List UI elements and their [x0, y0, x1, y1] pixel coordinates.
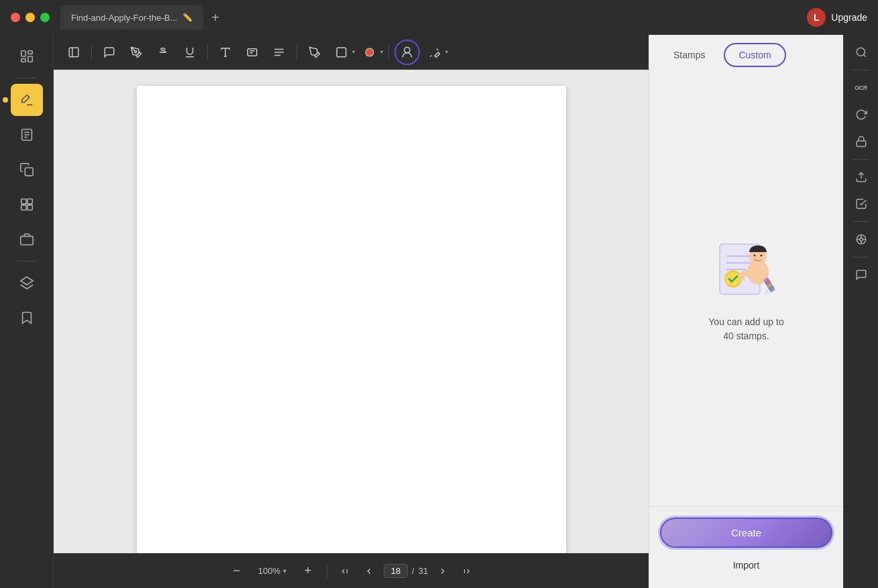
- svg-point-41: [753, 254, 755, 256]
- import-button[interactable]: Import: [660, 553, 832, 577]
- svg-rect-11: [21, 205, 25, 210]
- page-next-button[interactable]: [433, 562, 452, 581]
- tab-title: Find-and-Apply-For-the-B...: [71, 13, 177, 23]
- page-separator: /: [412, 566, 415, 576]
- create-button[interactable]: Create: [660, 518, 832, 548]
- stamp-tool-button[interactable]: [394, 40, 420, 65]
- ink-tool-group[interactable]: ▾: [423, 40, 448, 64]
- comment2-icon-btn[interactable]: [849, 263, 873, 287]
- panel-footer: Create Import: [649, 506, 843, 588]
- toolbar: ▾ ▾: [54, 35, 649, 70]
- toolbar-div-3: [296, 44, 297, 60]
- page-total: 31: [419, 566, 428, 576]
- panel-content: You can add up to40 stamps.: [649, 67, 843, 506]
- right-sidebar-div-3: [853, 221, 869, 222]
- text-box-tool-button[interactable]: [240, 40, 264, 64]
- active-indicator: [3, 97, 8, 103]
- zoom-out-button[interactable]: −: [226, 561, 248, 582]
- tab-add-button[interactable]: +: [206, 10, 225, 25]
- main-layout: ▾ ▾: [0, 35, 878, 588]
- minimize-button[interactable]: [25, 13, 35, 22]
- document-page: [137, 86, 566, 553]
- right-sidebar-div-4: [853, 257, 869, 257]
- ink-tool-button[interactable]: [423, 40, 447, 64]
- shape-tool-group[interactable]: ▾: [329, 40, 355, 64]
- svg-point-38: [725, 271, 741, 287]
- text-field-tool-button[interactable]: [267, 40, 291, 64]
- shape-tool-button[interactable]: [329, 40, 353, 64]
- tab-custom[interactable]: Custom: [724, 43, 785, 67]
- sidebar-pages[interactable]: [11, 40, 43, 72]
- color-tool-button[interactable]: [358, 40, 382, 64]
- svg-point-17: [135, 50, 137, 52]
- strikethrough-tool-button[interactable]: [151, 40, 175, 64]
- stamp-info: You can add up to40 stamps.: [708, 315, 783, 343]
- tab-bar: Find-and-Apply-For-the-B... ✏️ +: [60, 5, 807, 30]
- sidebar-organize[interactable]: [11, 188, 43, 221]
- sidebar-toggle-button[interactable]: [62, 40, 86, 64]
- upgrade-button[interactable]: L Upgrade: [807, 8, 867, 27]
- left-sidebar: [0, 35, 54, 588]
- underline-tool-button[interactable]: [178, 40, 202, 64]
- pen-tool-button[interactable]: [303, 40, 327, 64]
- zoom-display[interactable]: 100% ▾: [253, 563, 292, 579]
- svg-rect-15: [69, 48, 78, 57]
- save-icon-btn[interactable]: [849, 227, 873, 251]
- svg-rect-28: [337, 48, 346, 57]
- svg-point-42: [760, 254, 762, 256]
- svg-marker-44: [763, 290, 769, 294]
- svg-rect-9: [21, 199, 25, 204]
- bottom-toolbar: − 100% ▾ + /: [54, 553, 649, 588]
- zoom-dropdown-arrow: ▾: [283, 567, 286, 575]
- ocr-icon-btn[interactable]: OCR: [849, 76, 873, 100]
- maximize-button[interactable]: [40, 13, 50, 22]
- zoom-in-button[interactable]: +: [297, 561, 319, 582]
- page-first-button[interactable]: [335, 562, 354, 581]
- svg-point-53: [859, 238, 863, 241]
- page-prev-button[interactable]: [360, 562, 378, 581]
- tab-stamps[interactable]: Stamps: [660, 43, 718, 67]
- sidebar-layers[interactable]: [11, 267, 43, 299]
- bottom-divider: [327, 565, 327, 578]
- toolbar-div-2: [207, 44, 208, 60]
- svg-rect-1: [28, 51, 32, 54]
- sidebar-bookmark[interactable]: [11, 302, 43, 334]
- svg-point-48: [857, 48, 865, 56]
- lock-icon-btn[interactable]: [849, 129, 873, 154]
- titlebar: Find-and-Apply-For-the-B... ✏️ + L Upgra…: [0, 0, 878, 35]
- document-canvas[interactable]: [54, 70, 649, 553]
- page-display: / 31: [384, 564, 428, 578]
- svg-rect-2: [28, 56, 32, 62]
- right-sidebar: OCR: [843, 35, 878, 588]
- page-last-button[interactable]: [457, 562, 476, 581]
- svg-marker-14: [20, 277, 32, 285]
- center-area: ▾ ▾: [54, 35, 649, 588]
- sidebar-divider-2: [17, 261, 37, 261]
- color-tool-group[interactable]: ▾: [358, 40, 383, 64]
- svg-rect-8: [25, 168, 33, 176]
- text-tool-button[interactable]: [213, 40, 237, 64]
- convert-icon-btn[interactable]: [849, 103, 873, 127]
- sidebar-divider-1: [17, 78, 37, 78]
- sidebar-stack[interactable]: [11, 223, 43, 255]
- page-current-input[interactable]: [384, 564, 408, 578]
- toolbar-div-1: [91, 44, 92, 60]
- share-icon-btn[interactable]: [849, 165, 873, 189]
- svg-line-49: [863, 54, 865, 56]
- svg-rect-12: [27, 205, 32, 210]
- right-sidebar-div-2: [853, 159, 869, 160]
- sidebar-notes[interactable]: [11, 119, 43, 151]
- close-button[interactable]: [11, 13, 20, 22]
- svg-rect-0: [21, 51, 25, 56]
- right-sidebar-div-1: [853, 70, 869, 70]
- stamp-illustration: [710, 231, 783, 304]
- sidebar-copy[interactable]: [11, 154, 43, 186]
- highlight-tool-button[interactable]: [124, 40, 148, 64]
- tab-item[interactable]: Find-and-Apply-For-the-B... ✏️: [60, 5, 203, 30]
- comment-tool-button[interactable]: [97, 40, 121, 64]
- send-icon-btn[interactable]: [849, 192, 873, 216]
- sidebar-highlight[interactable]: [11, 84, 43, 116]
- search-icon-btn[interactable]: [849, 40, 873, 64]
- svg-rect-50: [857, 141, 866, 146]
- window-controls: [11, 13, 50, 22]
